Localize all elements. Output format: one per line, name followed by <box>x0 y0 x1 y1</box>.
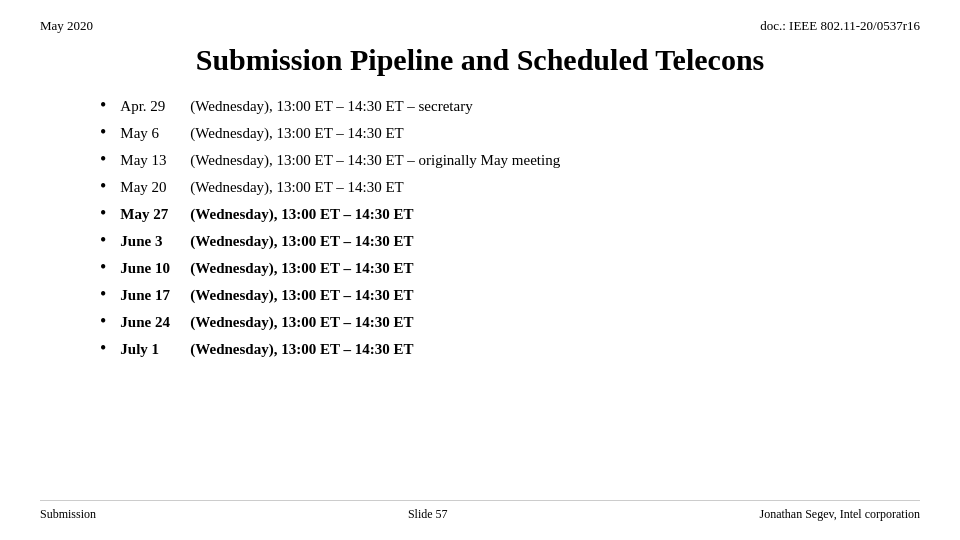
slide: May 2020 doc.: IEEE 802.11-20/0537r16 Su… <box>0 0 960 540</box>
bullet-desc: (Wednesday), 13:00 ET – 14:30 ET <box>190 285 413 306</box>
bullet-date: July 1 <box>120 339 190 360</box>
bullet-date: Apr. 29 <box>120 96 190 117</box>
list-item: •May 6(Wednesday), 13:00 ET – 14:30 ET <box>100 123 920 144</box>
bullet-date: June 10 <box>120 258 190 279</box>
bullet-list: •Apr. 29(Wednesday), 13:00 ET – 14:30 ET… <box>100 96 920 360</box>
bullet-date: May 27 <box>120 204 190 225</box>
footer-center: Slide 57 <box>408 507 448 522</box>
bullet-date: May 6 <box>120 123 190 144</box>
bullet-date: June 24 <box>120 312 190 333</box>
footer-bar: Submission Slide 57 Jonathan Segev, Inte… <box>40 500 920 522</box>
bullet-icon: • <box>100 150 106 168</box>
bullet-desc: (Wednesday), 13:00 ET – 14:30 ET <box>190 258 413 279</box>
list-item: •June 24 (Wednesday), 13:00 ET – 14:30 E… <box>100 312 920 333</box>
header-right: doc.: IEEE 802.11-20/0537r16 <box>760 18 920 34</box>
bullet-date: May 13 <box>120 150 190 171</box>
bullet-icon: • <box>100 285 106 303</box>
list-item: •May 27(Wednesday), 13:00 ET – 14:30 ET <box>100 204 920 225</box>
bullet-date: June 17 <box>120 285 190 306</box>
list-item: •June 17 (Wednesday), 13:00 ET – 14:30 E… <box>100 285 920 306</box>
list-item: •June 3 (Wednesday), 13:00 ET – 14:30 ET <box>100 231 920 252</box>
slide-title: Submission Pipeline and Scheduled Teleco… <box>40 42 920 78</box>
header-bar: May 2020 doc.: IEEE 802.11-20/0537r16 <box>40 18 920 34</box>
bullet-icon: • <box>100 204 106 222</box>
bullet-icon: • <box>100 177 106 195</box>
list-item: •May 13(Wednesday), 13:00 ET – 14:30 ET … <box>100 150 920 171</box>
content-area: •Apr. 29(Wednesday), 13:00 ET – 14:30 ET… <box>40 96 920 500</box>
bullet-icon: • <box>100 231 106 249</box>
bullet-desc: (Wednesday), 13:00 ET – 14:30 ET <box>190 231 413 252</box>
bullet-icon: • <box>100 339 106 357</box>
header-left: May 2020 <box>40 18 93 34</box>
bullet-icon: • <box>100 96 106 114</box>
bullet-icon: • <box>100 312 106 330</box>
bullet-desc: (Wednesday), 13:00 ET – 14:30 ET <box>190 312 413 333</box>
footer-left: Submission <box>40 507 96 522</box>
list-item: •June 10 (Wednesday), 13:00 ET – 14:30 E… <box>100 258 920 279</box>
bullet-icon: • <box>100 258 106 276</box>
footer-right: Jonathan Segev, Intel corporation <box>759 507 920 522</box>
bullet-desc: (Wednesday), 13:00 ET – 14:30 ET <box>190 204 413 225</box>
list-item: •July 1 (Wednesday), 13:00 ET – 14:30 ET <box>100 339 920 360</box>
bullet-date: May 20 <box>120 177 190 198</box>
list-item: •Apr. 29(Wednesday), 13:00 ET – 14:30 ET… <box>100 96 920 117</box>
bullet-icon: • <box>100 123 106 141</box>
bullet-desc: (Wednesday), 13:00 ET – 14:30 ET – origi… <box>190 150 560 171</box>
bullet-desc: (Wednesday), 13:00 ET – 14:30 ET – secre… <box>190 96 472 117</box>
bullet-date: June 3 <box>120 231 190 252</box>
bullet-desc: (Wednesday), 13:00 ET – 14:30 ET <box>190 177 403 198</box>
list-item: •May 20(Wednesday), 13:00 ET – 14:30 ET <box>100 177 920 198</box>
bullet-desc: (Wednesday), 13:00 ET – 14:30 ET <box>190 339 413 360</box>
title-area: Submission Pipeline and Scheduled Teleco… <box>40 42 920 78</box>
bullet-desc: (Wednesday), 13:00 ET – 14:30 ET <box>190 123 403 144</box>
